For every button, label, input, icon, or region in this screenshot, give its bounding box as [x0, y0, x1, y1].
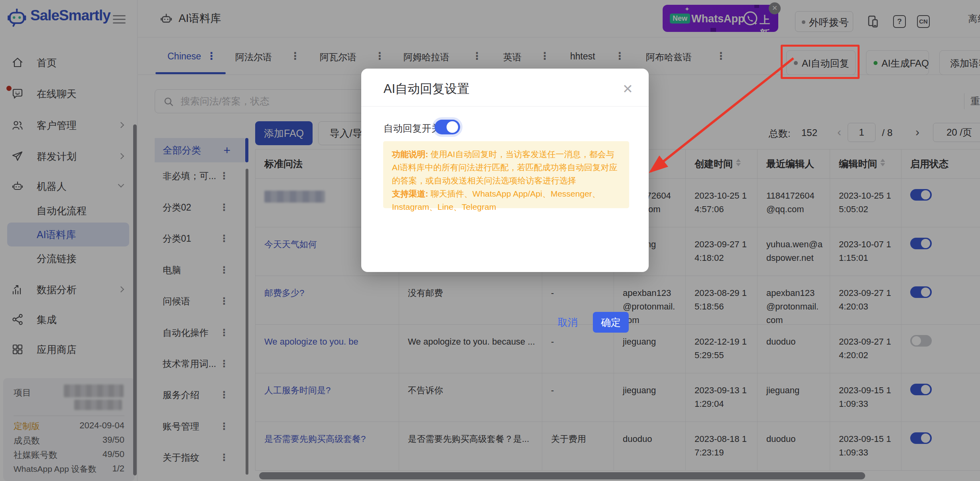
- auto-reply-toggle-label: 自动回复开关: [384, 122, 441, 135]
- auto-reply-toggle[interactable]: [435, 120, 460, 134]
- cancel-button[interactable]: 取消: [558, 316, 578, 329]
- ai-auto-reply-modal: AI自动回复设置 ✕ 自动回复开关 功能说明: 使用AI自动回复时，当访客发送任…: [361, 69, 649, 272]
- modal-title: AI自动回复设置: [384, 81, 469, 97]
- divider: [361, 106, 649, 106]
- app-root: SaleSmartly 首页 在线聊天 客户管理: [0, 0, 980, 481]
- note-heading: 功能说明:: [392, 150, 428, 159]
- close-icon[interactable]: ✕: [622, 81, 633, 97]
- confirm-button[interactable]: 确定: [593, 312, 629, 333]
- feature-note: 功能说明: 使用AI自动回复时，当访客发送任一消息，都会与AI语料库中的所有问法…: [383, 141, 629, 208]
- annotation-highlight-box: [781, 45, 860, 79]
- note-heading: 支持渠道:: [392, 189, 428, 198]
